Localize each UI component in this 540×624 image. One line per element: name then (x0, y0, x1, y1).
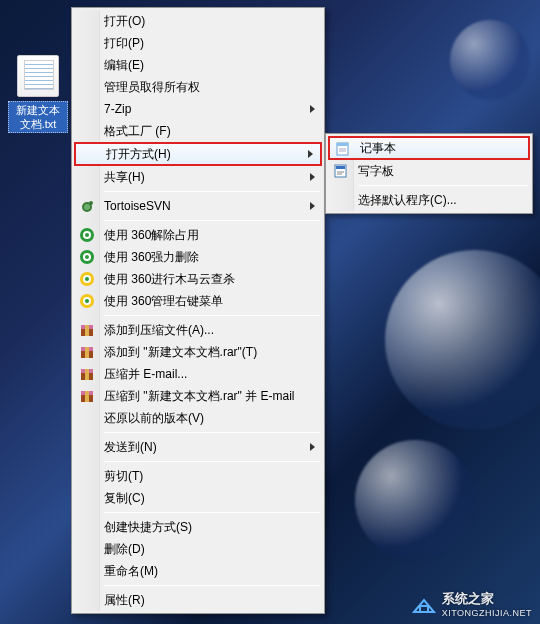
menu-rar-email[interactable]: 压缩并 E-mail... (74, 363, 322, 385)
menu-label: 添加到 "新建文本文档.rar"(T) (104, 345, 257, 359)
360-yellow-icon (79, 271, 95, 287)
menu-label: 删除(D) (104, 542, 145, 556)
menu-label: 记事本 (360, 141, 396, 155)
menu-label: 格式工厂 (F) (104, 124, 171, 138)
menu-take-ownership[interactable]: 管理员取得所有权 (74, 76, 322, 98)
360-shield-icon (79, 249, 95, 265)
svg-rect-20 (85, 347, 89, 358)
desktop-file-icon[interactable]: 新建文本文档.txt (8, 55, 68, 133)
svg-rect-23 (85, 369, 89, 380)
background-droplet (355, 440, 475, 560)
svg-rect-28 (337, 143, 348, 146)
menu-create-shortcut[interactable]: 创建快捷方式(S) (74, 516, 322, 538)
menu-label: 打印(P) (104, 36, 144, 50)
svg-point-14 (85, 299, 89, 303)
menu-label: 创建快捷方式(S) (104, 520, 192, 534)
menu-share[interactable]: 共享(H) (74, 166, 322, 188)
menu-delete[interactable]: 删除(D) (74, 538, 322, 560)
menu-format-factory[interactable]: 格式工厂 (F) (74, 120, 322, 142)
menu-edit[interactable]: 编辑(E) (74, 54, 322, 76)
menu-360-release-lock[interactable]: 使用 360解除占用 (74, 224, 322, 246)
menu-rar-add[interactable]: 添加到压缩文件(A)... (74, 319, 322, 341)
menu-label: 编辑(E) (104, 58, 144, 72)
background-droplet (385, 250, 540, 430)
winrar-icon (79, 344, 95, 360)
chevron-right-icon (308, 195, 316, 217)
menu-separator (104, 461, 320, 462)
submenu-wordpad[interactable]: 写字板 (328, 160, 530, 182)
menu-label: 属性(R) (104, 593, 145, 607)
menu-print[interactable]: 打印(P) (74, 32, 322, 54)
chevron-right-icon (308, 166, 316, 188)
chevron-right-icon (308, 98, 316, 120)
menu-label: 管理员取得所有权 (104, 80, 200, 94)
menu-separator (104, 512, 320, 513)
menu-360-force-delete[interactable]: 使用 360强力删除 (74, 246, 322, 268)
watermark-logo-icon (410, 592, 438, 616)
menu-send-to[interactable]: 发送到(N) (74, 436, 322, 458)
submenu-choose-default[interactable]: 选择默认程序(C)... (328, 189, 530, 211)
winrar-icon (79, 366, 95, 382)
menu-previous-versions[interactable]: 还原以前的版本(V) (74, 407, 322, 429)
menu-tortoisesvn[interactable]: TortoiseSVN (74, 195, 322, 217)
menu-rar-email-named[interactable]: 压缩到 "新建文本文档.rar" 并 E-mail (74, 385, 322, 407)
wordpad-icon (333, 163, 349, 179)
menu-label: 使用 360强力删除 (104, 250, 199, 264)
360-yellow-icon (79, 293, 95, 309)
menu-label: 还原以前的版本(V) (104, 411, 204, 425)
menu-label: 选择默认程序(C)... (358, 193, 457, 207)
winrar-icon (79, 388, 95, 404)
menu-label: 发送到(N) (104, 440, 157, 454)
watermark-title: 系统之家 (442, 591, 494, 606)
menu-label: 写字板 (358, 164, 394, 178)
menu-label: 打开方式(H) (106, 147, 171, 161)
menu-open-with[interactable]: 打开方式(H) (74, 142, 322, 166)
submenu-notepad[interactable]: 记事本 (328, 136, 530, 160)
menu-rar-add-named[interactable]: 添加到 "新建文本文档.rar"(T) (74, 341, 322, 363)
svg-point-11 (85, 277, 89, 281)
desktop-file-label: 新建文本文档.txt (8, 101, 68, 133)
watermark-text: 系统之家 XITONGZHIJIA.NET (442, 590, 532, 618)
menu-label: 7-Zip (104, 102, 131, 116)
background-droplet (450, 20, 530, 100)
menu-7zip[interactable]: 7-Zip (74, 98, 322, 120)
menu-label: 使用 360管理右键菜单 (104, 294, 223, 308)
360-shield-icon (79, 227, 95, 243)
svg-point-5 (85, 233, 89, 237)
watermark-sub: XITONGZHIJIA.NET (442, 608, 532, 618)
watermark: 系统之家 XITONGZHIJIA.NET (410, 590, 532, 618)
menu-label: 剪切(T) (104, 469, 143, 483)
chevron-right-icon (308, 436, 316, 458)
open-with-submenu: 记事本 写字板 选择默认程序(C)... (325, 133, 533, 214)
menu-label: 压缩到 "新建文本文档.rar" 并 E-mail (104, 389, 295, 403)
menu-360-cloud-scan[interactable]: 使用 360进行木马云查杀 (74, 268, 322, 290)
menu-rename[interactable]: 重命名(M) (74, 560, 322, 582)
menu-label: 压缩并 E-mail... (104, 367, 187, 381)
menu-label: TortoiseSVN (104, 199, 171, 213)
menu-separator (104, 191, 320, 192)
notepad-icon (335, 141, 351, 157)
menu-cut[interactable]: 剪切(T) (74, 465, 322, 487)
menu-label: 重命名(M) (104, 564, 158, 578)
svg-point-8 (85, 255, 89, 259)
tortoisesvn-icon (79, 198, 95, 214)
svg-rect-32 (336, 166, 345, 169)
menu-label: 使用 360进行木马云查杀 (104, 272, 235, 286)
menu-separator (104, 432, 320, 433)
winrar-icon (79, 322, 95, 338)
menu-label: 使用 360解除占用 (104, 228, 199, 242)
context-menu: 打开(O) 打印(P) 编辑(E) 管理员取得所有权 7-Zip 格式工厂 (F… (71, 7, 325, 614)
menu-label: 添加到压缩文件(A)... (104, 323, 214, 337)
menu-properties[interactable]: 属性(R) (74, 589, 322, 611)
textfile-icon (17, 55, 59, 97)
menu-360-context-manage[interactable]: 使用 360管理右键菜单 (74, 290, 322, 312)
chevron-right-icon (306, 144, 314, 164)
svg-point-2 (89, 201, 93, 205)
menu-separator (104, 585, 320, 586)
menu-open[interactable]: 打开(O) (74, 10, 322, 32)
svg-rect-35 (420, 606, 428, 612)
menu-separator (104, 315, 320, 316)
menu-label: 复制(C) (104, 491, 145, 505)
menu-separator (358, 185, 528, 186)
menu-copy[interactable]: 复制(C) (74, 487, 322, 509)
